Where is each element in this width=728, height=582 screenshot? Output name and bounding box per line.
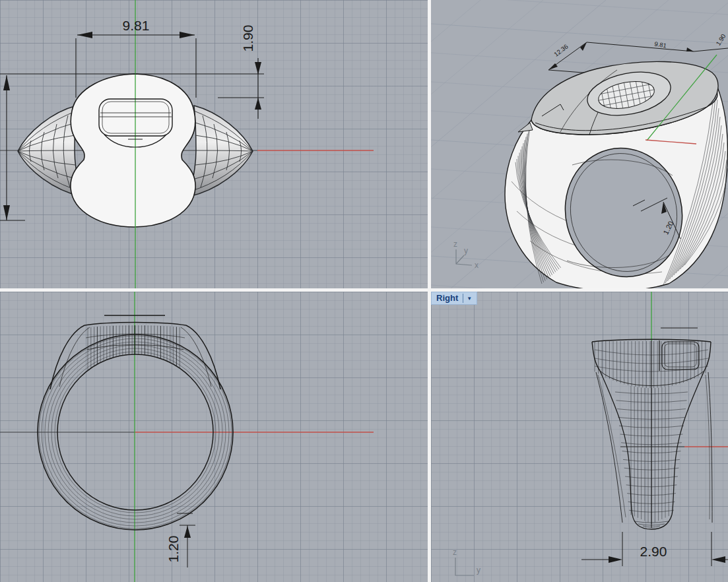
band-top-hatch [88, 325, 180, 371]
right-view-drawing: 2.90 z y [431, 292, 728, 582]
perspective-drawing: 12.36 9.81 1.90 [431, 0, 728, 288]
axis-z-label: z [453, 548, 457, 557]
viewport-title-separator [463, 294, 463, 303]
viewport-top-view[interactable]: 9.81 1.90 [0, 0, 428, 288]
axis-x-label: x [475, 261, 479, 270]
viewport-title-text: Right [436, 292, 458, 304]
viewport-splitter-horizontal[interactable] [0, 288, 728, 292]
ring-side-wireframe [592, 339, 712, 529]
dimension-top-depth: 1.90 [240, 25, 255, 52]
viewport-title-right[interactable]: Right ▼ [431, 292, 477, 305]
dimension-persp-width: 9.81 [654, 40, 667, 49]
front-view-dimension: 1.20 [166, 513, 195, 567]
dimension-persp-height: 12.36 [552, 43, 570, 58]
dimension-front-band: 1.20 [166, 536, 181, 563]
dimension-top-width: 9.81 [123, 18, 150, 33]
signet-head-outline [71, 74, 195, 227]
viewport-menu-arrow[interactable]: ▼ [465, 296, 473, 302]
ring-band-lobe-right [189, 106, 253, 197]
axis-y-label: y [464, 246, 468, 255]
cad-four-viewport-window: 9.81 1.90 [0, 0, 728, 582]
ring-perspective-model [505, 61, 728, 288]
axis-y-label: y [477, 566, 480, 575]
front-view-drawing: 1.20 [0, 292, 428, 582]
dimension-right-tip: 2.90 [640, 544, 667, 559]
viewport-right-view[interactable]: Right ▼ [431, 292, 728, 582]
viewport-perspective-view[interactable]: 12.36 9.81 1.90 [431, 0, 728, 288]
dimension-persp-depth: 1.90 [714, 32, 727, 47]
viewport-front-view[interactable]: 1.20 [0, 292, 428, 582]
axis-gizmo: z y x [453, 240, 479, 270]
top-view-drawing: 9.81 1.90 [0, 0, 428, 288]
axis-gizmo: z y [453, 548, 480, 575]
right-view-dimension: 2.90 [581, 532, 728, 566]
axis-z-label: z [453, 240, 457, 249]
ring-front-wireframe [38, 323, 233, 531]
